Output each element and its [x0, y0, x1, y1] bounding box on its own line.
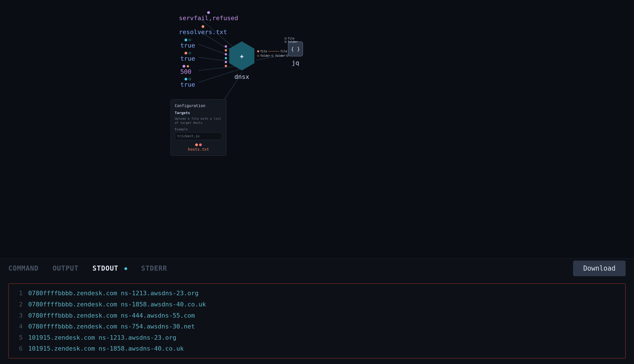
line-number: 5: [14, 332, 23, 343]
true1-dot-outline: [189, 39, 191, 41]
config-title: Configuration: [175, 103, 222, 108]
tab-output[interactable]: OUTPUT: [53, 262, 79, 275]
output-area: 10780ffffbbbb.zendesk.com ns-1213.awsdns…: [0, 278, 634, 364]
output-line: 6101915.zendesk.com ns-1858.awsdns-40.co…: [14, 343, 620, 354]
500-dot-purple: [183, 65, 185, 68]
connector-folder1: folder folder: [257, 54, 290, 57]
node-500: 500: [180, 65, 191, 75]
conn-line-1: [268, 51, 279, 51]
line-content: 0780ffffbbbb.zendesk.com ns-444.awsdns-5…: [28, 310, 195, 321]
500-label: 500: [180, 68, 191, 75]
line-content: 101915.zendesk.com ns-1213.awsdns-23.org: [28, 332, 176, 343]
tab-command[interactable]: COMMAND: [8, 262, 39, 275]
dnsx-dot-2: [225, 49, 227, 51]
conn-dot-4: [271, 55, 273, 57]
jq-top-labels: file: [285, 37, 294, 40]
tab-stderr[interactable]: STDERR: [141, 262, 167, 275]
dnsx-side-dots: [225, 45, 227, 67]
node-dnsx[interactable]: ✦ dnsx: [229, 41, 254, 80]
conn-dot-3: [257, 55, 259, 57]
node-servfail: servfail,refused: [179, 11, 238, 22]
dnsx-dot-4: [225, 57, 227, 59]
conn-label-folder2: folder: [275, 54, 285, 57]
resolvers-label: resolvers.txt: [179, 29, 227, 36]
jq-dot-2: [285, 41, 287, 43]
tab-stdout[interactable]: STDOUT: [93, 262, 127, 275]
jq-icon-box: { }: [288, 41, 303, 56]
jq-folder-labels: folder: [285, 40, 298, 43]
conn-label-file2: file: [280, 50, 287, 53]
node-true1: true: [180, 39, 195, 49]
config-upload-text: Upload a file with a list of target Host…: [175, 117, 222, 125]
500-dot-orange: [187, 65, 189, 67]
conn-label-file1: file: [260, 50, 267, 53]
output-line: 30780ffffbbbb.zendesk.com ns-444.awsdns-…: [14, 310, 620, 321]
node-true2: true: [180, 52, 195, 62]
conn-label-folder1: folder: [260, 54, 270, 57]
jq-label: jq: [292, 59, 299, 66]
download-button[interactable]: Download: [573, 261, 626, 276]
true2-dot-outline: [189, 52, 191, 54]
line-content: 0780ffffbbbb.zendesk.com ns-1858.awsdns-…: [28, 299, 206, 310]
bottom-panel: COMMAND OUTPUT STDOUT STDERR Download 10…: [0, 258, 634, 364]
hosts-dots: [195, 143, 202, 146]
connector-file1: file file: [257, 50, 290, 53]
line-number: 1: [14, 288, 23, 299]
config-panel: Configuration Targets Upload a file with…: [171, 99, 226, 156]
true3-label: true: [180, 81, 195, 88]
dnsx-dot-1: [225, 45, 227, 48]
dnsx-hex-wrapper: ✦: [229, 41, 254, 70]
true1-label: true: [180, 42, 195, 49]
node-resolvers: resolvers.txt: [179, 25, 227, 36]
conn-dot-1: [257, 50, 259, 52]
dnsx-jq-connectors: file file folder folder: [257, 50, 290, 57]
servfail-dot: [207, 11, 210, 14]
line-content: 0780ffffbbbb.zendesk.com ns-1213.awsdns-…: [28, 288, 198, 299]
output-line: 20780ffffbbbb.zendesk.com ns-1858.awsdns…: [14, 299, 620, 310]
output-content: 10780ffffbbbb.zendesk.com ns-1213.awsdns…: [8, 283, 626, 358]
servfail-label: servfail,refused: [179, 15, 238, 22]
jq-file-label: file: [288, 37, 294, 40]
true3-dot-blue: [184, 78, 187, 81]
output-line: 5101915.zendesk.com ns-1213.awsdns-23.or…: [14, 332, 620, 343]
output-line: 40780ffffbbbb.zendesk.com ns-754.awsdns-…: [14, 321, 620, 332]
jq-icon: { }: [291, 46, 300, 52]
config-hosts-node: hosts.txt: [175, 143, 222, 152]
output-line: 10780ffffbbbb.zendesk.com ns-1213.awsdns…: [14, 288, 620, 299]
config-example-box: trickest.io: [175, 132, 222, 140]
line-number: 2: [14, 299, 23, 310]
stdout-dot: [124, 267, 127, 270]
true3-dot-outline: [189, 78, 191, 80]
dnsx-icon: ✦: [239, 51, 244, 61]
node-jq[interactable]: { } file folder jq: [288, 41, 303, 66]
config-targets-label: Targets: [175, 111, 222, 115]
true1-dot-blue: [184, 39, 187, 41]
true2-label: true: [180, 55, 195, 62]
dnsx-hexagon: ✦: [229, 41, 254, 70]
jq-wrapper: { } file folder: [288, 41, 303, 56]
line-number: 3: [14, 310, 23, 321]
config-example-label: Example: [175, 127, 222, 131]
graph-area: servfail,refused resolvers.txt true true…: [0, 0, 634, 173]
tab-stdout-label: STDOUT: [93, 264, 119, 272]
dnsx-dot-6: [225, 65, 227, 67]
true2-dot-orange: [184, 52, 187, 55]
hosts-label: hosts.txt: [188, 147, 209, 152]
line-content: 0780ffffbbbb.zendesk.com ns-754.awsdns-3…: [28, 321, 195, 332]
dnsx-label: dnsx: [235, 73, 249, 80]
dnsx-dot-5: [225, 61, 227, 63]
node-true3: true: [180, 78, 195, 88]
dnsx-dot-3: [225, 53, 227, 55]
jq-dot-1: [285, 37, 287, 39]
line-number: 4: [14, 321, 23, 332]
hosts-dot-red: [199, 143, 202, 146]
line-number: 6: [14, 343, 23, 354]
line-content: 101915.zendesk.com ns-1858.awsdns-40.co.…: [28, 343, 184, 354]
graph-svg: [0, 0, 634, 173]
resolvers-dot: [202, 25, 204, 28]
jq-folder-label: folder: [288, 40, 298, 43]
hosts-dot-orange: [195, 143, 198, 146]
tabs-bar: COMMAND OUTPUT STDOUT STDERR Download: [0, 258, 634, 278]
